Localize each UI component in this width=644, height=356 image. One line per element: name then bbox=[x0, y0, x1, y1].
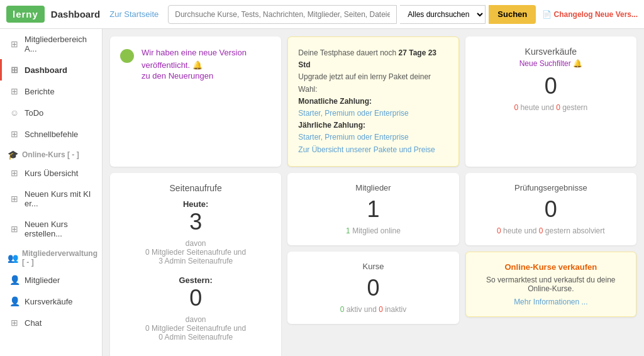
sidebar-label: Kurs Übersicht bbox=[25, 169, 78, 178]
grid-icon: ⊞ bbox=[9, 318, 19, 328]
grid-icon: ⊞ bbox=[9, 224, 19, 234]
pruefung-number: 0 bbox=[475, 196, 626, 223]
sidebar-label: Mitglieder bbox=[25, 275, 60, 285]
kurse-card: Kurse 0 0 aktiv und 0 inaktiv bbox=[287, 252, 458, 324]
kursverkaufe-title: Kursverkäufe bbox=[475, 47, 626, 57]
heute-detail: davon 0 Mitglieder Seitenaufrufe und 3 A… bbox=[120, 239, 271, 265]
mitglieder-card: Mitglieder 1 1 Mitglied online bbox=[287, 173, 458, 245]
online-kurse-title: Online-Kurse verkaufen bbox=[476, 262, 626, 272]
sidebar-label: Schnellbefehle bbox=[25, 130, 78, 139]
person-icon: 👤 bbox=[9, 296, 19, 306]
face-icon: ☺ bbox=[9, 108, 19, 118]
sidebar-item-kurs-ubersicht[interactable]: ⊞ Kurs Übersicht bbox=[0, 162, 102, 184]
seitenaufrufe-title: Seitenaufrufe bbox=[120, 183, 271, 193]
main-content: Wir haben eine neue Version veröffentlic… bbox=[103, 29, 644, 356]
grid-icon: ⊞ bbox=[9, 129, 19, 139]
grid-icon: ⊞ bbox=[9, 39, 19, 49]
graduation-icon: 🎓 bbox=[8, 150, 18, 160]
sidebar-item-todo[interactable]: ☺ ToDo bbox=[0, 102, 102, 123]
kursverkaufe-card: Kursverkäufe Neue Suchfilter 🔔 0 0 heute… bbox=[465, 36, 636, 167]
sidebar-item-chat[interactable]: ⊞ Chat bbox=[0, 312, 102, 333]
changelog-info: 📄 Changelog Neue Vers... bbox=[542, 10, 638, 19]
search-scope-select[interactable]: Alles durchsuchen bbox=[400, 5, 486, 24]
dashboard-grid: Wir haben eine neue Version veröffentlic… bbox=[110, 36, 636, 356]
overview-link[interactable]: Zur Übersicht unserer Pakete und Preise bbox=[298, 145, 435, 154]
sidebar-item-berichte[interactable]: ⊞ Berichte bbox=[0, 81, 102, 102]
sidebar-label: Berichte bbox=[25, 87, 55, 96]
sidebar-label: Mitgliederbereich A... bbox=[25, 35, 94, 53]
mitglieder-sub: 1 Mitglied online bbox=[297, 226, 448, 235]
trial-card: Deine Testphase dauert noch 27 Tage 23 S… bbox=[287, 36, 458, 167]
seitenaufrufe-card: Seitenaufrufe Heute: 3 davon 0 Mitgliede… bbox=[110, 173, 281, 356]
sidebar-item-dashboard[interactable]: ⊞ Dashboard bbox=[0, 59, 102, 81]
page-title: Dashboard bbox=[51, 9, 100, 19]
mitglieder-number: 1 bbox=[297, 196, 448, 223]
sidebar-label: Neuen Kurs erstellen... bbox=[25, 220, 94, 238]
sidebar-item-neuen-kurs-ki[interactable]: ⊞ Neuen Kurs mit KI er... bbox=[0, 184, 102, 214]
kursverkaufe-sub: 0 heute und 0 gestern bbox=[475, 103, 626, 112]
kursverkaufe-number: 0 bbox=[475, 73, 626, 99]
gestern-count: 0 bbox=[120, 285, 271, 311]
sidebar: ⊞ Mitgliederbereich A... ⊞ Dashboard ⊞ B… bbox=[0, 29, 103, 356]
grid-icon: ⊞ bbox=[9, 168, 19, 178]
person-icon: 👤 bbox=[9, 275, 19, 285]
monthly-links[interactable]: Starter, Premium oder Enterprise bbox=[298, 109, 408, 118]
heute-label: Heute: bbox=[120, 199, 271, 209]
sidebar-item-schnellbefehle[interactable]: ⊞ Schnellbefehle bbox=[0, 123, 102, 145]
heute-count: 3 bbox=[120, 209, 271, 235]
sidebar-label: Dashboard bbox=[25, 65, 67, 75]
changelog-new[interactable]: Neue Vers... bbox=[595, 10, 638, 19]
green-dot bbox=[120, 49, 134, 63]
topbar: lerny Dashboard Zur Startseite Alles dur… bbox=[0, 0, 644, 29]
grid-icon: ⊞ bbox=[9, 86, 19, 96]
layout: ⊞ Mitgliederbereich A... ⊞ Dashboard ⊞ B… bbox=[0, 29, 644, 356]
online-kurse-link[interactable]: Mehr Informationen ... bbox=[514, 298, 587, 306]
kurse-number: 0 bbox=[297, 275, 448, 301]
announcement-body: Wir haben eine neue Version veröffentlic… bbox=[142, 47, 247, 81]
mitglieder-title: Mitglieder bbox=[297, 183, 448, 192]
grid-icon: ⊞ bbox=[9, 194, 19, 204]
search-input[interactable] bbox=[168, 5, 397, 24]
sidebar-item-mitglieder[interactable]: 👤 Mitglieder bbox=[0, 269, 102, 291]
pruefungsergebnisse-card: Prüfungsergebnisse 0 0 heute und 0 geste… bbox=[465, 173, 636, 245]
sidebar-item-mitgliederbereich[interactable]: ⊞ Mitgliederbereich A... bbox=[0, 29, 102, 59]
right-col: Prüfungsergebnisse 0 0 heute und 0 geste… bbox=[465, 173, 636, 356]
pruefung-sub: 0 heute und 0 gestern absolviert bbox=[475, 226, 626, 235]
sidebar-label: ToDo bbox=[25, 108, 43, 118]
sidebar-label: Kursverkäufe bbox=[25, 297, 73, 306]
announcement-card: Wir haben eine neue Version veröffentlic… bbox=[110, 36, 281, 167]
group-icon: 👥 bbox=[8, 253, 18, 263]
kursverkaufe-subtitle: Neue Suchfilter 🔔 bbox=[475, 59, 626, 68]
sidebar-label: Chat bbox=[25, 318, 42, 328]
logo: lerny bbox=[6, 6, 45, 23]
grid-icon: ⊞ bbox=[9, 65, 19, 75]
kurse-title: Kurse bbox=[297, 262, 448, 271]
search-container: Alles durchsuchen Suchen bbox=[168, 5, 536, 24]
mitgliederverwaltung-section-header: 👥 Mitgliederverwaltung [ - ] bbox=[0, 244, 102, 269]
gestern-detail: davon 0 Mitglieder Seitenaufrufe und 0 A… bbox=[120, 315, 271, 342]
announcement-link[interactable]: zu den Neuerungen bbox=[142, 71, 213, 81]
sidebar-item-kursverkaufe[interactable]: 👤 Kursverkäufe bbox=[0, 291, 102, 312]
yearly-links[interactable]: Starter, Premium oder Enterprise bbox=[298, 133, 408, 142]
online-kurs-section-header: 🎓 Online-Kurs [ - ] bbox=[0, 145, 102, 162]
kurse-sub: 0 aktiv und 0 inaktiv bbox=[297, 305, 448, 314]
online-kurse-verkaufen-card: Online-Kurse verkaufen So vermarktest un… bbox=[465, 252, 636, 317]
trial-text: Deine Testphase dauert noch 27 Tage 23 S… bbox=[298, 47, 448, 156]
online-kurse-desc: So vermarktest und verkaufst du deine On… bbox=[476, 275, 626, 293]
search-button[interactable]: Suchen bbox=[489, 5, 536, 24]
startseite-link[interactable]: Zur Startseite bbox=[109, 9, 158, 19]
sidebar-label: Neuen Kurs mit KI er... bbox=[25, 189, 94, 208]
announcement-text: Wir haben eine neue Version veröffentlic… bbox=[142, 47, 247, 71]
sidebar-item-neuen-kurs-erstellen[interactable]: ⊞ Neuen Kurs erstellen... bbox=[0, 214, 102, 244]
middle-col: Mitglieder 1 1 Mitglied online Kurse 0 0… bbox=[287, 173, 458, 356]
gestern-label: Gestern: bbox=[120, 275, 271, 285]
pruefung-title: Prüfungsergebnisse bbox=[475, 183, 626, 192]
